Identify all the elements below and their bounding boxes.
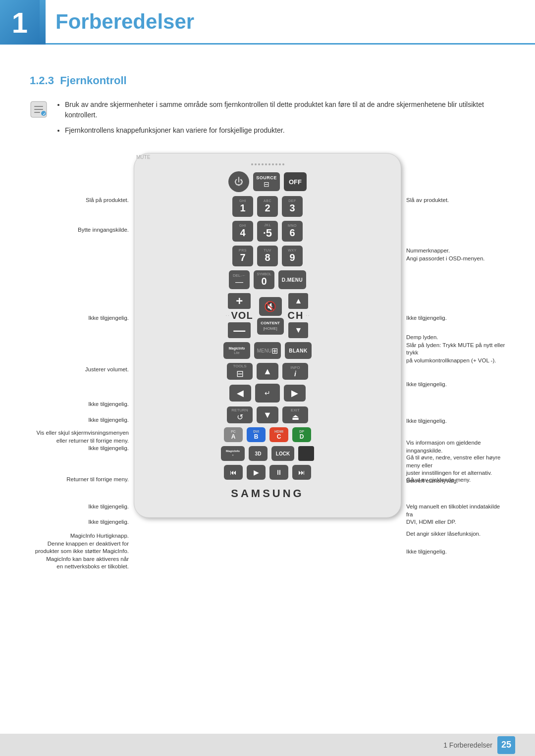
row-0: DEL-← — SYMBOL 0 OFF D.MENU (149, 270, 386, 289)
left-button[interactable]: ◀ (229, 385, 251, 402)
off-button[interactable]: OFF (284, 172, 307, 191)
label-na-5: Ikke tilgjengelig. (88, 518, 129, 526)
num-7-button[interactable]: PRS 7 (232, 246, 253, 266)
label-return: Returner til forrige meny. (66, 476, 129, 484)
label-power-on: Slå på produktet. (86, 197, 129, 204)
play-button[interactable]: ▶ (247, 465, 266, 480)
return-button[interactable]: RETURN ↺ (227, 406, 253, 423)
label-na-r1: Ikke tilgjengelig. (406, 314, 447, 322)
num-8-button[interactable]: TUV 8 (257, 246, 278, 266)
svg-text:✓: ✓ (43, 112, 46, 116)
header-title-area: Forberedelser (46, 0, 535, 45)
pc-a-button[interactable]: PC A (224, 427, 243, 442)
next-button[interactable]: ⏭ (292, 465, 311, 480)
vol-ch-row: + · · VOL — MUTE 🔇 (149, 293, 386, 338)
label-mute: Demp lyden.Slår på lyden: Trykk MUTE på … (406, 334, 505, 364)
info-button[interactable]: INFO i (282, 363, 308, 380)
num-9-button[interactable]: WXY 9 (282, 246, 303, 266)
down-button[interactable]: ▼ (257, 406, 278, 423)
chapter-number-block: 1 (0, 0, 40, 45)
chapter-number: 1 (12, 6, 28, 39)
dvi-b-button[interactable]: DVI B (247, 427, 266, 442)
prev-button[interactable]: ⏮ (224, 465, 243, 480)
hdmi-c-button[interactable]: HDMI C (269, 427, 288, 442)
vol-col: + · · VOL — (226, 293, 253, 338)
speaker-dots (149, 163, 386, 165)
3d-button[interactable]: 3D (249, 446, 268, 461)
tools-button[interactable]: TOOLS ⊟ (227, 363, 253, 380)
enter-button[interactable]: ↵ (255, 384, 280, 403)
label-input-switch: Bytte inngangskilde. (78, 226, 129, 234)
ch-up-button[interactable]: ▲ (288, 293, 308, 309)
menu-button[interactable]: MENU ⊞ (254, 342, 281, 359)
label-screen-menu: Vis eller skjul skjermvisningsmenyenelle… (37, 429, 129, 453)
label-na-r2: Ikke tilgjengelig. (406, 381, 447, 389)
footer-page-number: 25 (497, 736, 515, 754)
label-exit: Gå ut av gjeldende meny. (406, 476, 471, 484)
label-magicinfo: MagicInfo Hurtigknapp.Denne knappen er d… (35, 532, 129, 571)
main-content: 1.2.3 Fjernkontroll ✓ Bruk av andre skje… (0, 59, 535, 528)
section-heading: 1.2.3 Fjernkontroll (30, 74, 505, 87)
ch-label: CH · · (288, 310, 310, 321)
dmenu-button[interactable]: OFF D.MENU (278, 270, 306, 289)
label-vol: Justerer volumet. (85, 366, 129, 374)
note-item-2: Fjernkontrollens knappefunksjoner kan va… (65, 125, 505, 136)
vol-label: · · VOL (226, 310, 253, 321)
num-4-button[interactable]: GHI 4 (232, 221, 253, 242)
row-menu: MagicInfo Lite MENU ⊞ BLANK (149, 342, 386, 359)
row-color-btns: PC A DVI B HDMI C DP D (149, 427, 386, 442)
vol-plus-button[interactable]: + (228, 293, 251, 309)
magicinfo-button[interactable]: MagicInfo ● (221, 446, 245, 461)
chapter-title: Forberedelser (55, 10, 194, 34)
vol-minus-button[interactable]: — (228, 322, 251, 338)
label-na-4: Ikke tilgjengelig. (88, 503, 129, 511)
label-power-off: Slå av produktet. (406, 197, 449, 204)
label-lock: Det angir sikker låsefunksjon. (406, 530, 481, 538)
footer: 1 Forberedelser 25 (0, 734, 535, 756)
num-6-button[interactable]: MNO 6 (282, 221, 303, 242)
label-number-keys: Nummerknapper.Angi passordet i OSD-menye… (406, 247, 485, 262)
row-tools: TOOLS ⊟ ▲ INFO i (149, 363, 386, 380)
remote-body: ⏻ SOURCE ⊟ OFF GHI 1 (134, 153, 401, 518)
row-media: ⏮ ▶ ⏸ ⏭ (149, 465, 386, 480)
remote-wrapper: ⏻ SOURCE ⊟ OFF GHI 1 (134, 153, 401, 518)
up-button[interactable]: ▲ (257, 363, 278, 380)
label-na-2: Ikke tilgjengelig. (88, 401, 129, 408)
row-789: PRS 7 TUV 8 WXY 9 (149, 246, 386, 266)
row-return: RETURN ↺ ▼ EXIT ⏏ (149, 406, 386, 423)
lock-button[interactable]: LOCK (271, 446, 294, 461)
label-na-1: Ikke tilgjengelig. (88, 314, 129, 322)
mute-content-col: MUTE 🔇 CONTENT [HOME] (257, 297, 284, 335)
label-input-select: Velg manuelt en tilkoblet inndatakilde f… (406, 503, 505, 526)
ch-col: ▲ CH · · ▼ (288, 293, 310, 338)
magicinfo-lite-button[interactable]: MagicInfo Lite (223, 342, 250, 359)
dash-button[interactable]: DEL-← — (229, 270, 250, 289)
label-info-source: Vis informasjon om gjeldende inngangskil… (406, 439, 505, 454)
num-3-button[interactable]: DEF 3 (282, 196, 303, 217)
row-nav: ◀ ↵ ▶ (149, 384, 386, 403)
label-na-r4: Ikke tilgjengelig. (406, 548, 447, 556)
samsung-logo: SAMSUNG (149, 487, 386, 500)
row-456: GHI 4 JKL ·5 MNO 6 (149, 221, 386, 242)
row-3d-lock: MagicInfo ● 3D LOCK (149, 446, 386, 461)
footer-text: 1 Forberedelser (443, 741, 492, 749)
power-button[interactable]: ⏻ (228, 171, 249, 192)
pause-button[interactable]: ⏸ (269, 465, 288, 480)
content-button[interactable]: CONTENT [HOME] (257, 318, 284, 335)
header-stripe (40, 0, 46, 45)
right-button[interactable]: ▶ (284, 385, 306, 402)
dp-d-button[interactable]: DP D (292, 427, 311, 442)
exit-button[interactable]: EXIT ⏏ (282, 406, 308, 423)
row-123: GHI 1 ABC 2 DEF 3 (149, 196, 386, 217)
num-5-button[interactable]: JKL ·5 (257, 221, 278, 242)
num-1-button[interactable]: GHI 1 (232, 196, 253, 217)
source-button[interactable]: SOURCE ⊟ (253, 172, 280, 191)
blank-button[interactable]: BLANK (285, 342, 312, 359)
symbol-button[interactable]: SYMBOL 0 (254, 270, 274, 289)
note-bullets: Bruk av andre skjermenheter i samme områ… (55, 100, 505, 141)
remote-diagram: Slå på produktet. Bytte inngangskilde. I… (30, 153, 505, 518)
black-square-button[interactable] (298, 446, 314, 461)
num-2-button[interactable]: ABC 2 (257, 196, 278, 217)
mute-button[interactable]: MUTE 🔇 (259, 297, 282, 316)
ch-down-button[interactable]: ▼ (288, 322, 308, 338)
